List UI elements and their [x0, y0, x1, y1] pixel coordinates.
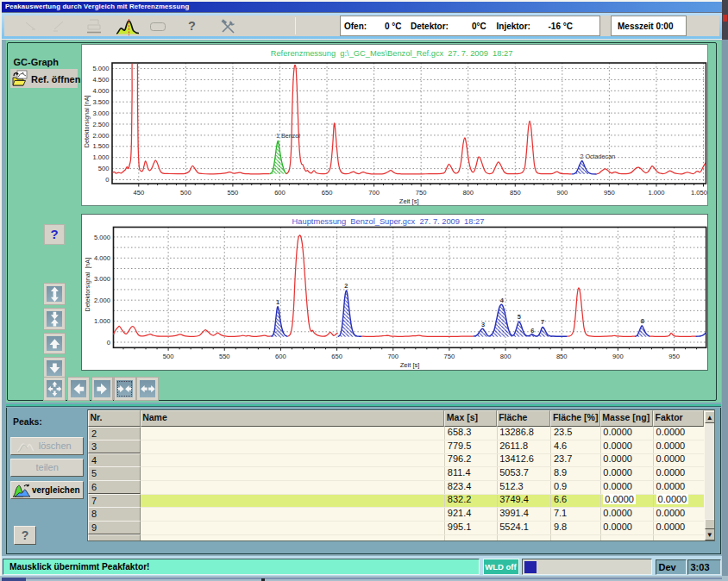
svg-text:2.500: 2.500 — [92, 121, 109, 128]
svg-text:900: 900 — [556, 189, 568, 197]
svg-text:1.000: 1.000 — [92, 153, 109, 161]
svg-text:1: 1 — [276, 297, 279, 305]
svg-text:6: 6 — [530, 326, 534, 334]
svg-text:500: 500 — [162, 352, 173, 359]
svg-text:1.000: 1.000 — [648, 189, 664, 197]
svg-text:1 Benzol: 1 Benzol — [275, 132, 299, 140]
svg-text:950: 950 — [604, 189, 615, 197]
svg-text:850: 850 — [509, 189, 520, 197]
svg-text:550: 550 — [218, 352, 229, 359]
svg-text:4.000: 4.000 — [93, 253, 110, 261]
svg-text:600: 600 — [274, 189, 286, 197]
svg-text:3.000: 3.000 — [92, 109, 109, 117]
svg-text:450: 450 — [133, 189, 144, 197]
svg-text:4.000: 4.000 — [92, 87, 109, 95]
svg-text:500: 500 — [97, 165, 109, 172]
svg-text:1.050: 1.050 — [690, 189, 706, 197]
svg-text:4.500: 4.500 — [92, 76, 109, 84]
svg-text:700: 700 — [368, 189, 380, 197]
svg-text:600: 600 — [275, 352, 286, 359]
svg-text:550: 550 — [227, 189, 238, 197]
svg-text:850: 850 — [555, 352, 567, 359]
svg-text:5.000: 5.000 — [93, 233, 110, 241]
svg-text:1.000: 1.000 — [93, 317, 110, 325]
svg-text:2 Octadecan: 2 Octadecan — [580, 153, 615, 160]
svg-text:2: 2 — [344, 282, 348, 290]
svg-text:Zeit [s]: Zeit [s] — [399, 361, 419, 369]
svg-text:950: 950 — [668, 352, 680, 359]
svg-text:750: 750 — [443, 352, 455, 359]
svg-text:5.000: 5.000 — [92, 65, 109, 72]
svg-text:Detektorsignal [nA]: Detektorsignal [nA] — [82, 95, 90, 147]
svg-text:7: 7 — [540, 318, 543, 326]
svg-text:3.500: 3.500 — [92, 98, 109, 106]
svg-text:3: 3 — [481, 321, 485, 328]
svg-text:5: 5 — [517, 313, 520, 321]
svg-text:0: 0 — [106, 338, 110, 346]
svg-text:Referenzmessung g:\_GC_Mes\Be: Referenzmessung g:\_GC_Mes\Benzol_Ref.gc… — [270, 49, 512, 58]
svg-text:3.000: 3.000 — [93, 275, 110, 283]
svg-text:900: 900 — [612, 352, 624, 359]
svg-text:2.000: 2.000 — [92, 132, 109, 140]
svg-text:2.000: 2.000 — [93, 296, 110, 303]
svg-text:750: 750 — [415, 189, 426, 197]
svg-text:800: 800 — [462, 189, 474, 197]
svg-text:Zeit [s]: Zeit [s] — [399, 197, 418, 205]
svg-text:Hauptmessung Benzol_Super.gcx: Hauptmessung Benzol_Super.gcx 27. 7. 200… — [292, 216, 484, 225]
svg-text:0: 0 — [105, 176, 109, 184]
svg-text:1.500: 1.500 — [92, 142, 109, 150]
svg-text:500: 500 — [180, 189, 191, 197]
svg-text:800: 800 — [499, 352, 511, 359]
svg-text:650: 650 — [321, 189, 332, 197]
svg-text:700: 700 — [387, 352, 399, 359]
svg-text:8: 8 — [640, 316, 643, 324]
svg-text:Detektorsignal [nA]: Detektorsignal [nA] — [84, 257, 91, 311]
svg-text:650: 650 — [331, 352, 342, 359]
